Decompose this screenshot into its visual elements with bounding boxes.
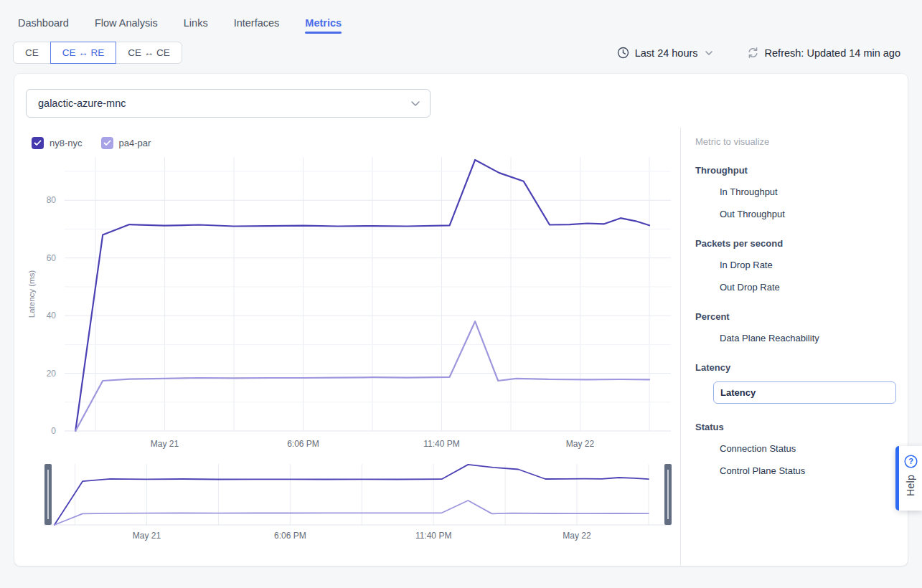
metric-option-data-plane-reachability[interactable]: Data Plane Reachability	[695, 332, 896, 344]
chevron-down-icon	[705, 51, 712, 55]
metric-panel: Metric to visualize ThroughputIn Through…	[680, 128, 908, 566]
toggle-ce[interactable]: CE	[13, 42, 51, 64]
time-range-label: Last 24 hours	[635, 47, 698, 59]
y-tick-label: 60	[47, 253, 57, 263]
metric-panel-title: Metric to visualize	[695, 136, 896, 147]
x-tick-label: 6:06 PM	[274, 531, 306, 541]
series-line-pa4-par	[55, 501, 649, 525]
time-range-dropdown[interactable]: Last 24 hours	[617, 47, 712, 59]
controls-row: CECE ↔ RECE ↔ CE Last 24 hours Refresh: …	[0, 36, 922, 64]
legend-label: pa4-par	[119, 138, 151, 148]
device-select[interactable]: galactic-azure-mnc	[26, 89, 431, 118]
metric-option-out-drop-rate[interactable]: Out Drop Rate	[695, 281, 896, 293]
metrics-card: galactic-azure-mnc ny8-nycpa4-par 020406…	[14, 74, 908, 566]
metric-group-latency: Latency	[695, 362, 896, 373]
series-line-ny8-nyc	[55, 465, 649, 525]
refresh-icon	[747, 47, 759, 59]
toggle-ce-re[interactable]: CE ↔ RE	[50, 42, 117, 64]
nav-tab-links[interactable]: Links	[184, 17, 208, 36]
x-tick-label: May 22	[566, 439, 595, 449]
metric-option-in-drop-rate[interactable]: In Drop Rate	[695, 259, 896, 271]
metric-group-percent: Percent	[695, 311, 896, 322]
help-label: Help	[905, 475, 916, 496]
y-tick-label: 80	[47, 195, 57, 205]
device-select-value: galactic-azure-mnc	[38, 98, 126, 109]
x-tick-label: 11:40 PM	[423, 439, 459, 449]
y-tick-label: 40	[47, 310, 57, 321]
nav-tab-dashboard[interactable]: Dashboard	[18, 17, 69, 36]
series-legend: ny8-nycpa4-par	[32, 137, 680, 149]
metric-option-in-throughput[interactable]: In Throughput	[695, 186, 896, 198]
legend-checkbox-pa4-par[interactable]: pa4-par	[101, 137, 151, 149]
metric-group-status: Status	[695, 422, 896, 432]
metric-option-out-throughput[interactable]: Out Throughput	[695, 208, 896, 220]
checkbox-checked-icon	[32, 137, 44, 149]
y-tick-label: 0	[51, 426, 56, 436]
x-tick-label: May 21	[133, 531, 161, 541]
legend-checkbox-ny8-nyc[interactable]: ny8-nyc	[32, 137, 83, 149]
series-line-pa4-par	[75, 321, 649, 431]
legend-label: ny8-nyc	[50, 138, 83, 148]
chevron-down-icon	[411, 101, 420, 106]
metric-option-connection-status[interactable]: Connection Status	[695, 442, 896, 455]
chart-brush[interactable]: May 216:06 PM11:40 PMMay 22	[26, 457, 680, 541]
metric-group-throughput: Throughput	[695, 165, 896, 176]
y-axis-title: Latency (ms)	[27, 270, 36, 318]
metric-group-packets-per-second: Packets per second	[695, 238, 896, 249]
nav-tab-flow-analysis[interactable]: Flow Analysis	[95, 17, 158, 36]
latency-line-chart: 020406080May 216:06 PM11:40 PMMay 22Late…	[26, 153, 680, 450]
question-mark-icon: ?	[904, 455, 918, 468]
metric-option-latency-selected[interactable]: Latency	[713, 381, 896, 404]
refresh-button[interactable]: Refresh: Updated 14 min ago	[747, 47, 900, 59]
y-tick-label: 20	[47, 369, 57, 379]
help-accent-stripe	[895, 446, 899, 511]
x-tick-label: 6:06 PM	[287, 439, 319, 449]
nav-tab-interfaces[interactable]: Interfaces	[234, 17, 280, 36]
x-tick-label: May 21	[151, 439, 179, 449]
chart-area: ny8-nycpa4-par 020406080May 216:06 PM11:…	[14, 128, 680, 566]
nav-tab-metrics[interactable]: Metrics	[305, 17, 342, 36]
top-nav: DashboardFlow AnalysisLinksInterfacesMet…	[0, 0, 922, 36]
x-tick-label: May 22	[563, 531, 591, 541]
checkbox-checked-icon	[101, 137, 113, 149]
clock-icon	[617, 47, 629, 59]
toggle-ce-ce[interactable]: CE ↔ CE	[116, 42, 182, 64]
metric-option-control-plane-status[interactable]: Control Plane Status	[695, 465, 896, 477]
refresh-label: Refresh: Updated 14 min ago	[765, 47, 900, 59]
svg-text:?: ?	[908, 457, 913, 465]
x-tick-label: 11:40 PM	[415, 531, 451, 541]
view-toggle-group: CECE ↔ RECE ↔ CE	[13, 42, 182, 64]
help-button[interactable]: ? Help	[895, 446, 922, 511]
